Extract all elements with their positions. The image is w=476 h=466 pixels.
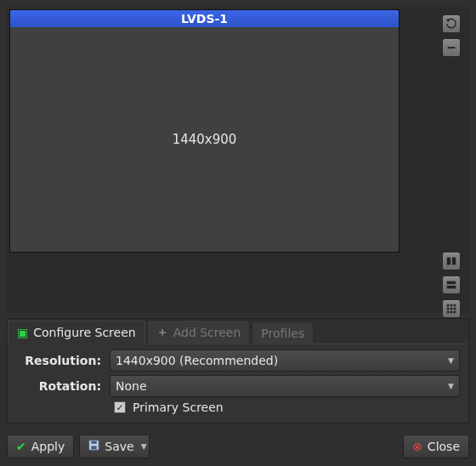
svg-rect-3 <box>452 258 456 265</box>
primary-screen-label: Primary Screen <box>133 401 224 414</box>
svg-rect-11 <box>454 308 456 310</box>
grid-icon <box>445 303 457 315</box>
tab-label: Configure Screen <box>33 326 135 339</box>
disk-icon <box>88 440 99 453</box>
svg-rect-6 <box>447 304 450 307</box>
close-icon: ⊗ <box>412 440 422 453</box>
apply-button[interactable]: ✔ Apply <box>7 435 74 458</box>
action-bar: ✔ Apply Save ▼ ⊗ Close <box>7 434 469 459</box>
rotation-select[interactable]: None ▼ <box>110 375 460 397</box>
rows-icon <box>445 279 457 291</box>
svg-rect-17 <box>92 441 98 444</box>
svg-rect-8 <box>454 304 456 307</box>
chevron-down-icon: ▼ <box>448 382 454 390</box>
button-label: Save <box>105 440 133 453</box>
rotation-label: Rotation: <box>16 379 101 393</box>
resolution-select[interactable]: 1440x900 (Recommended) ▼ <box>110 350 460 372</box>
button-label: Apply <box>31 440 65 453</box>
save-menu-button[interactable]: ▼ <box>139 435 150 458</box>
svg-rect-10 <box>450 308 453 310</box>
tab-profiles[interactable]: Profiles <box>252 321 314 344</box>
svg-rect-12 <box>447 311 450 314</box>
screen-icon: ▣ <box>17 326 28 339</box>
svg-rect-5 <box>447 286 456 289</box>
primary-screen-checkbox[interactable]: ✓ <box>114 401 126 413</box>
layout-stacked-button[interactable] <box>442 276 461 294</box>
tab-add-screen[interactable]: ＋ Add Screen <box>147 320 251 344</box>
svg-rect-1 <box>448 47 456 48</box>
settings-panel: ▣ Configure Screen ＋ Add Screen Profiles… <box>7 318 469 423</box>
close-button[interactable]: ⊗ Close <box>403 435 469 458</box>
monitor-resolution-label: 1440x900 <box>10 27 399 252</box>
tab-label: Add Screen <box>173 326 241 339</box>
plus-icon: ＋ <box>156 325 168 340</box>
chevron-down-icon: ▼ <box>448 356 454 365</box>
svg-rect-14 <box>454 311 456 314</box>
reset-button[interactable] <box>442 14 461 33</box>
columns-icon <box>445 255 457 267</box>
svg-rect-16 <box>92 446 98 449</box>
monitor-lvds-1[interactable]: LVDS-1 1440x900 <box>9 9 400 253</box>
svg-rect-13 <box>450 311 453 314</box>
svg-rect-7 <box>450 304 453 307</box>
tab-bar: ▣ Configure Screen ＋ Add Screen Profiles <box>8 319 468 344</box>
svg-rect-9 <box>447 308 450 310</box>
svg-rect-4 <box>447 281 456 285</box>
rotation-value: None <box>116 379 147 393</box>
disable-output-button[interactable] <box>442 38 461 57</box>
check-icon: ✔ <box>16 440 26 453</box>
layout-grid-button[interactable] <box>442 299 461 318</box>
resolution-value: 1440x900 (Recommended) <box>116 354 278 367</box>
configure-form: Resolution: 1440x900 (Recommended) ▼ Rot… <box>8 344 468 423</box>
svg-rect-2 <box>447 258 450 265</box>
chevron-down-icon: ▼ <box>141 442 147 451</box>
undo-rotate-icon <box>445 18 457 30</box>
resolution-label: Resolution: <box>16 354 101 367</box>
save-button[interactable]: Save <box>79 435 143 458</box>
tab-label: Profiles <box>261 327 304 340</box>
button-label: Close <box>428 440 460 453</box>
screen-layout-canvas[interactable]: LVDS-1 1440x900 <box>7 7 469 313</box>
layout-side-by-side-button[interactable] <box>442 252 461 270</box>
tab-configure-screen[interactable]: ▣ Configure Screen <box>8 321 145 344</box>
monitor-title: LVDS-1 <box>10 10 399 27</box>
minus-icon <box>445 42 457 54</box>
svg-marker-0 <box>446 20 450 23</box>
